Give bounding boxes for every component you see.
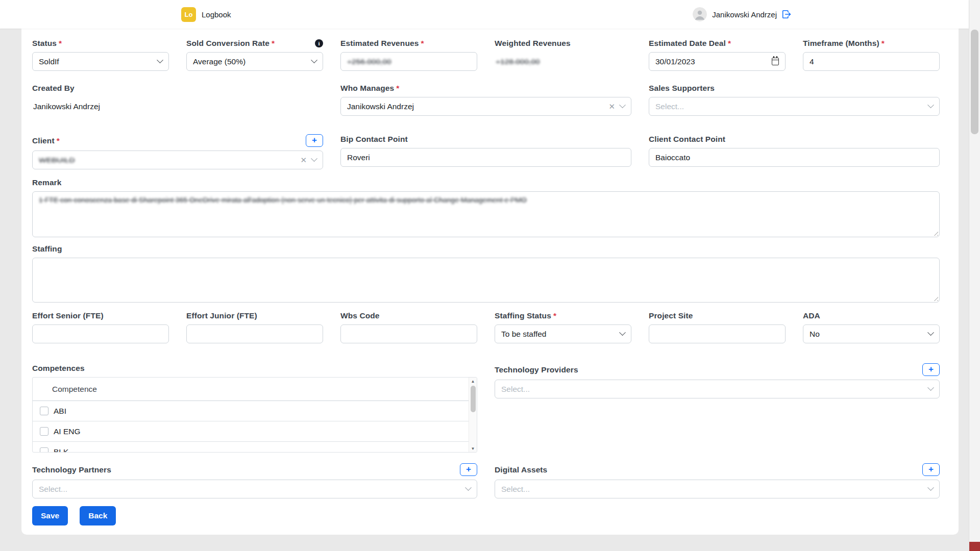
- chevron-down-icon: [619, 329, 626, 336]
- bip-contact-point-label: Bip Contact Point: [340, 135, 408, 144]
- chevron-down-icon: [465, 484, 472, 491]
- ada-label: ADA: [803, 311, 820, 320]
- technology-partners-select[interactable]: Select...: [32, 480, 477, 498]
- scroll-up-icon[interactable]: ▲: [471, 378, 475, 385]
- status-select[interactable]: SoldIf: [32, 52, 169, 71]
- avatar: [693, 7, 707, 21]
- field-technology-providers: Technology Providers + Select...: [495, 363, 940, 398]
- estimated-revenues-input[interactable]: +256.000,00: [340, 52, 477, 71]
- checkbox[interactable]: [40, 427, 48, 436]
- user-menu: Janikowski Andrzej: [693, 0, 791, 29]
- chevron-down-icon: [619, 102, 626, 108]
- estimated-date-deal-label: Estimated Date Deal*: [649, 39, 731, 48]
- checkbox[interactable]: [40, 447, 48, 452]
- field-created-by: Created By Janikowski Andrzej: [32, 83, 323, 116]
- status-label: Status*: [32, 39, 62, 48]
- ada-select[interactable]: No: [803, 324, 940, 343]
- plus-icon: +: [928, 365, 934, 373]
- field-technology-partners: Technology Partners + Select...: [32, 463, 477, 498]
- sales-supporters-label: Sales Supporters: [649, 84, 715, 93]
- wbs-code-label: Wbs Code: [340, 311, 380, 320]
- top-navbar: Lo Logbook Janikowski Andrzej: [0, 0, 969, 29]
- page-background: Status* SoldIf Sold Conversion Rate* i A…: [0, 29, 969, 551]
- remark-textarea[interactable]: 1 FTE con conoscenza base di Sharepoint …: [32, 191, 940, 237]
- resize-handle[interactable]: [933, 230, 938, 236]
- field-digital-assets: Digital Assets + Select...: [495, 463, 940, 498]
- info-icon[interactable]: i: [315, 39, 323, 47]
- staffing-textarea[interactable]: [32, 258, 940, 303]
- bip-contact-point-input[interactable]: Roveri: [340, 148, 631, 167]
- who-manages-label: Who Manages*: [340, 84, 399, 93]
- technology-providers-select[interactable]: Select...: [495, 380, 940, 398]
- competence-row[interactable]: BLK: [33, 442, 469, 452]
- scrollbar-thumb[interactable]: [471, 386, 476, 412]
- chevron-down-icon: [927, 384, 934, 391]
- estimated-revenues-label: Estimated Revenues*: [340, 39, 424, 48]
- field-effort-junior: Effort Junior (FTE): [186, 311, 323, 343]
- plus-icon: +: [312, 136, 317, 144]
- brand[interactable]: Lo Logbook: [181, 0, 231, 29]
- chevron-down-icon: [157, 57, 163, 63]
- form-card: Status* SoldIf Sold Conversion Rate* i A…: [21, 29, 959, 535]
- staffing-status-label: Staffing Status*: [495, 311, 556, 320]
- scrollbar-thumb[interactable]: [971, 30, 978, 134]
- field-status: Status* SoldIf: [32, 38, 169, 71]
- field-project-site: Project Site: [649, 311, 786, 343]
- client-contact-point-input[interactable]: Baioccato: [649, 148, 940, 167]
- clear-icon[interactable]: ✕: [300, 156, 307, 165]
- weighted-revenues-value: +128.000,00: [495, 52, 631, 71]
- back-button[interactable]: Back: [80, 506, 116, 525]
- clear-icon[interactable]: ✕: [608, 102, 615, 111]
- estimated-date-deal-input[interactable]: 30/01/2023: [649, 52, 786, 71]
- field-bip-contact-point: Bip Contact Point Roveri: [340, 134, 631, 167]
- user-name: Janikowski Andrzej: [712, 10, 777, 19]
- remark-label: Remark: [32, 178, 61, 187]
- who-manages-select[interactable]: Janikowski Andrzej ✕: [340, 97, 631, 116]
- checkbox[interactable]: [40, 407, 48, 415]
- sales-supporters-select[interactable]: Select...: [649, 97, 940, 116]
- table-scrollbar[interactable]: ▲ ▼: [469, 378, 477, 452]
- competence-row[interactable]: AI ENG: [33, 421, 469, 442]
- field-effort-senior: Effort Senior (FTE): [32, 311, 169, 343]
- logout-icon[interactable]: [782, 10, 791, 19]
- staffing-status-select[interactable]: To be staffed: [495, 324, 631, 343]
- staffing-label: Staffing: [32, 244, 62, 254]
- field-client-contact-point: Client Contact Point Baioccato: [649, 134, 940, 167]
- effort-senior-input[interactable]: [32, 324, 169, 343]
- field-client: Client* + WEBUILD ✕: [32, 134, 323, 169]
- field-staffing: Staffing: [32, 244, 940, 303]
- project-site-label: Project Site: [649, 311, 693, 320]
- technology-partners-label: Technology Partners: [32, 465, 111, 474]
- field-timeframe: Timeframe (Months)* 4: [803, 38, 940, 71]
- field-remark: Remark 1 FTE con conoscenza base di Shar…: [32, 178, 940, 237]
- field-estimated-date-deal: Estimated Date Deal* 30/01/2023: [649, 38, 786, 71]
- effort-junior-input[interactable]: [186, 324, 323, 343]
- field-sales-supporters: Sales Supporters Select...: [649, 83, 940, 116]
- competence-column-header: Competence: [33, 378, 469, 401]
- add-client-button[interactable]: +: [306, 134, 323, 147]
- effort-senior-label: Effort Senior (FTE): [32, 311, 104, 320]
- add-technology-partner-button[interactable]: +: [460, 463, 477, 476]
- field-staffing-status: Staffing Status* To be staffed: [495, 311, 631, 343]
- sold-conversion-rate-select[interactable]: Average (50%): [186, 52, 323, 71]
- project-site-input[interactable]: [649, 324, 786, 343]
- created-by-label: Created By: [32, 84, 75, 93]
- digital-assets-select[interactable]: Select...: [495, 480, 940, 498]
- resize-handle[interactable]: [933, 295, 938, 301]
- page-scrollbar[interactable]: [969, 0, 980, 551]
- scroll-down-icon[interactable]: ▼: [471, 445, 475, 452]
- client-contact-point-label: Client Contact Point: [649, 135, 725, 144]
- wbs-code-input[interactable]: [340, 324, 477, 343]
- client-select[interactable]: WEBUILD ✕: [32, 151, 323, 169]
- add-digital-asset-button[interactable]: +: [922, 463, 940, 476]
- calendar-icon[interactable]: [772, 58, 779, 65]
- sold-conversion-rate-label: Sold Conversion Rate*: [186, 39, 275, 48]
- timeframe-input[interactable]: 4: [803, 52, 940, 71]
- save-button[interactable]: Save: [32, 506, 68, 525]
- add-technology-provider-button[interactable]: +: [922, 363, 940, 376]
- competence-row[interactable]: ABI: [33, 401, 469, 421]
- field-wbs-code: Wbs Code: [340, 311, 477, 343]
- app-name: Logbook: [202, 10, 231, 19]
- created-by-value: Janikowski Andrzej: [32, 97, 323, 116]
- plus-icon: +: [466, 465, 471, 473]
